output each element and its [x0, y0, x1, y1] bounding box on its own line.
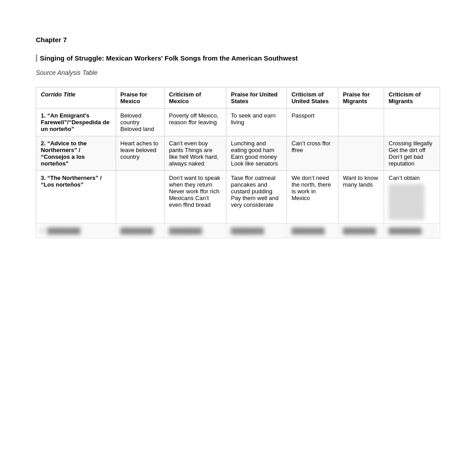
row1-criticism-us: Passport [287, 109, 338, 136]
row4-criticism-us: ████████ [287, 224, 338, 238]
row3-title: 3. “The Northerners” / “Los norteños” [36, 171, 116, 224]
header-criticism-mexico: Criticism of Mexico [164, 87, 226, 109]
header-praise-mexico: Praise for Mexico [116, 87, 164, 109]
row3-criticism-migrants: Can’t obtain [384, 171, 440, 224]
row1-title: 1. “An Emigrant’s Farewell”/“Despedida d… [36, 109, 116, 136]
source-label: Source Analysis Table [36, 69, 440, 76]
row1-criticism-mexico: Poverty off Mexico, reason ffor leaving [164, 109, 226, 136]
row4-criticism-mexico: ████████ [164, 224, 226, 238]
row1-praise-migrants [338, 109, 384, 136]
blurred-image [389, 184, 424, 220]
table-row: 3. “The Northerners” / “Los norteños” D… [36, 171, 440, 224]
row2-praise-us: Lunching and eating good ham Earn good m… [226, 136, 287, 171]
row4-criticism-migrants: ████████ [384, 224, 440, 238]
row2-criticism-migrants: Crossing illegally Get the dirt off Don’… [384, 136, 440, 171]
row3-criticism-us: We don’t need the north, there is work i… [287, 171, 338, 224]
book-title: Singing of Struggle: Mexican Workers' Fo… [36, 54, 440, 62]
row2-criticism-us: Can’t cross ffor ffree [287, 136, 338, 171]
header-criticism-migrants: Criticism of Migrants [384, 87, 440, 109]
row4-praise-us: ████████ [226, 224, 287, 238]
row4-praise-migrants: ████████ [338, 224, 384, 238]
row2-title: 2. “Advice to the Northerners” / “Consej… [36, 136, 116, 171]
row2-praise-mexico: Heart aches to leave beloved country [116, 136, 164, 171]
row4-praise-mexico: ████████ [116, 224, 164, 238]
source-analysis-table: Corrido Title Praise for Mexico Criticis… [36, 87, 440, 238]
row2-praise-migrants [338, 136, 384, 171]
chapter-label: Chapter 7 [36, 36, 440, 44]
row1-criticism-migrants [384, 109, 440, 136]
header-praise-us: Praise for United States [226, 87, 287, 109]
header-corrido-title: Corrido Title [36, 87, 116, 109]
chapter-heading: Chapter 7 Singing of Struggle: Mexican W… [36, 36, 440, 76]
header-criticism-us: Criticism of United States [287, 87, 338, 109]
header-praise-migrants: Praise for Migrants [338, 87, 384, 109]
row2-criticism-mexico: Can’t even buy pants Things are like hel… [164, 136, 226, 171]
row1-praise-mexico: Beloved country Beloved land [116, 109, 164, 136]
row3-praise-us: Tase ffor oatmeal pancakes and custard p… [226, 171, 287, 224]
table-row-blurred: 4. ████████ ████████ ████████ ████████ █… [36, 224, 440, 238]
row3-praise-mexico [116, 171, 164, 224]
row3-criticism-mexico: Don’t want to speak when they return Nev… [164, 171, 226, 224]
row3-praise-migrants: Want to know many lands [338, 171, 384, 224]
table-row: 1. “An Emigrant’s Farewell”/“Despedida d… [36, 109, 440, 136]
row4-title: 4. ████████ [36, 224, 116, 238]
table-row: 2. “Advice to the Northerners” / “Consej… [36, 136, 440, 171]
row1-praise-us: To seek and earn living [226, 109, 287, 136]
